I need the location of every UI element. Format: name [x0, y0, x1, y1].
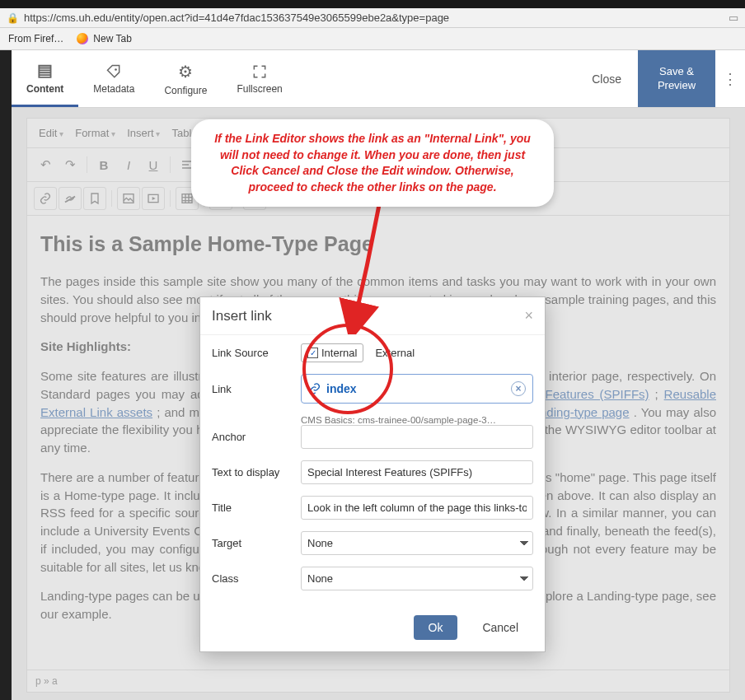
title-input[interactable] [301, 496, 533, 520]
annotation-circle-icon [298, 320, 397, 418]
editor-header: ▤ Content Metadata ⚙ Configure Fullscree… [12, 50, 745, 108]
svg-point-0 [115, 68, 118, 71]
fullscreen-icon [251, 63, 268, 80]
clear-icon[interactable]: × [511, 381, 526, 396]
bookmark-item[interactable]: New Tab [77, 33, 131, 44]
close-link[interactable]: Close [575, 50, 638, 107]
document-icon: ▤ [37, 60, 53, 80]
more-menu-icon[interactable]: ⋮ [715, 50, 745, 107]
bookmarks-bar[interactable]: From Firef… New Tab [0, 28, 745, 50]
tag-icon [105, 63, 122, 80]
tab-fullscreen[interactable]: Fullscreen [222, 50, 297, 107]
svg-point-10 [304, 325, 391, 413]
left-rail [0, 50, 12, 700]
label-link: Link [212, 383, 301, 395]
cancel-button[interactable]: Cancel [467, 615, 533, 640]
target-select[interactable]: None [301, 531, 533, 555]
label-text-to-display: Text to display [212, 466, 301, 478]
url-bar[interactable]: 🔒 https://cms.uh.edu/entity/open.act?id=… [0, 8, 745, 28]
reader-icon[interactable]: ▭ [729, 12, 738, 24]
tab-metadata[interactable]: Metadata [78, 50, 149, 107]
lock-icon: 🔒 [7, 12, 19, 24]
tab-configure[interactable]: ⚙ Configure [149, 50, 222, 107]
text-to-display-input[interactable] [301, 460, 533, 484]
label-class: Class [212, 572, 301, 585]
annotation-callout: If the Link Editor shows the link as an … [191, 119, 554, 207]
close-icon[interactable]: × [524, 307, 533, 324]
firefox-icon [77, 33, 88, 44]
tab-content[interactable]: ▤ Content [12, 50, 78, 107]
gear-icon: ⚙ [178, 62, 193, 82]
save-preview-button[interactable]: Save & Preview [638, 50, 715, 107]
anchor-input[interactable] [301, 425, 533, 449]
window-titlebar [0, 0, 745, 8]
label-anchor: Anchor [212, 431, 301, 443]
class-select[interactable]: None [301, 567, 533, 590]
modal-title: Insert link [212, 308, 272, 324]
ok-button[interactable]: Ok [414, 615, 458, 640]
url-text: https://cms.uh.edu/entity/open.act?id=41… [24, 12, 724, 24]
label-target: Target [212, 537, 301, 549]
bookmark-item[interactable]: From Firef… [8, 33, 63, 44]
label-title: Title [212, 502, 301, 514]
label-link-source: Link Source [212, 347, 301, 359]
